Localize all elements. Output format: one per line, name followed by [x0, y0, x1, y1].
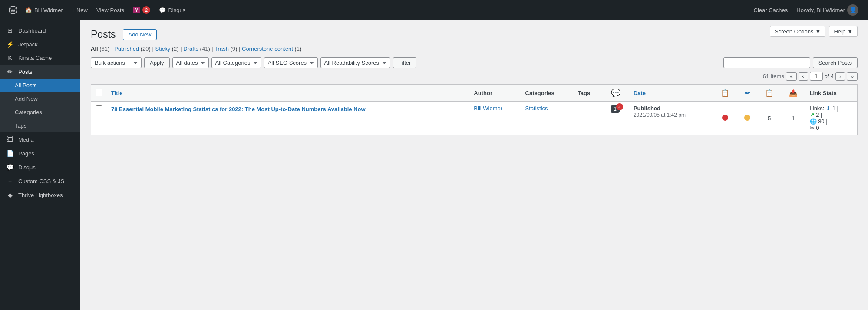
post-category-link[interactable]: Statistics: [525, 105, 548, 112]
row-checkbox[interactable]: [96, 105, 102, 112]
th-col10[interactable]: 📤: [781, 85, 805, 102]
sidebar: ⊞ Dashboard ⚡ Jetpack K Kinsta Cache ✏ P…: [0, 20, 80, 310]
th-col8[interactable]: ✒: [737, 85, 757, 102]
sidebar-item-thrive[interactable]: ◆ Thrive Lightboxes: [0, 188, 80, 202]
all-categories-select[interactable]: All Categories: [211, 57, 261, 68]
filter-published-count: 20: [142, 46, 149, 52]
main-content: Screen Options ▼ Help ▼ Posts Add New Al…: [80, 20, 868, 310]
media-icon: 🖼: [6, 136, 14, 143]
dashboard-icon: ⊞: [6, 27, 14, 34]
comment-bubbles: 1 2: [611, 105, 621, 113]
filter-drafts[interactable]: Drafts: [183, 46, 198, 52]
thrive-icon: ◆: [6, 191, 14, 198]
comment-header-icon: 💬: [611, 88, 620, 98]
sidebar-item-custom-css[interactable]: + Custom CSS & JS: [0, 174, 80, 188]
page-header: Posts Add New: [91, 29, 858, 40]
user-avatar: 👤: [847, 4, 858, 16]
filters-row: Bulk actions Edit Move to Trash Apply Al…: [91, 57, 416, 68]
pagination-area: 61 items « ‹ of 4 › »: [91, 72, 858, 81]
admin-bar-view-posts[interactable]: View Posts: [92, 0, 129, 20]
th-col9[interactable]: 📋: [757, 85, 781, 102]
admin-bar-disqus[interactable]: 💬 Disqus: [155, 0, 190, 20]
sidebar-sub-all-posts[interactable]: All Posts: [0, 79, 80, 92]
filter-all-count: 61: [102, 46, 108, 52]
all-dates-select[interactable]: All dates: [172, 57, 209, 68]
row-comments-cell: 1 2: [603, 102, 629, 135]
row-col9-cell: 5: [757, 102, 781, 135]
links-broken-icon: ✂: [810, 125, 815, 131]
first-page-button[interactable]: «: [786, 72, 797, 81]
apply-button[interactable]: Apply: [144, 57, 170, 68]
filter-button[interactable]: Filter: [393, 57, 417, 68]
links-down-icon: ⬇: [826, 105, 831, 112]
sidebar-posts-sub: All Posts Add New Categories Tags: [0, 79, 80, 132]
sidebar-sub-tags[interactable]: Tags: [0, 119, 80, 132]
pages-icon: 📄: [6, 150, 14, 157]
sidebar-item-posts[interactable]: ✏ Posts: [0, 65, 80, 79]
th-checkbox: [91, 85, 107, 102]
last-page-button[interactable]: »: [847, 72, 858, 81]
links-globe-icon: 🌐: [810, 118, 817, 125]
search-input[interactable]: [723, 57, 810, 68]
row-categories-cell: Statistics: [521, 102, 573, 135]
filter-all[interactable]: All: [91, 46, 98, 52]
th-date[interactable]: Date: [629, 85, 713, 102]
select-all-checkbox[interactable]: [96, 89, 102, 96]
screen-options-button[interactable]: Screen Options ▼: [770, 26, 825, 37]
all-readability-select[interactable]: All Readability Scores: [320, 57, 390, 68]
filter-links: All (61) | Published (20) | Sticky (2) |…: [91, 46, 858, 52]
readability-dot: [744, 115, 750, 121]
th-title[interactable]: Title: [107, 85, 469, 102]
row-date-cell: Published 2021/09/05 at 1:42 pm: [629, 102, 713, 135]
th-col7[interactable]: 📋: [713, 85, 737, 102]
th-link-stats: Link Stats: [805, 85, 858, 102]
sidebar-item-kinsta[interactable]: K Kinsta Cache: [0, 51, 80, 65]
filter-cornerstone-count: 1: [297, 46, 300, 52]
filter-sticky-count: 2: [174, 46, 177, 52]
filter-sticky[interactable]: Sticky: [155, 46, 170, 52]
filter-cornerstone[interactable]: Cornerstone content: [242, 46, 293, 52]
post-title-link[interactable]: 78 Essential Mobile Marketing Statistics…: [111, 106, 366, 112]
th-comments[interactable]: 💬: [603, 85, 629, 102]
row-col10-cell: 1: [781, 102, 805, 135]
howdy-user[interactable]: Howdy, Bill Widmer 👤: [792, 0, 863, 20]
disqus-icon: 💬: [159, 7, 166, 13]
sidebar-sub-add-new[interactable]: Add New: [0, 92, 80, 106]
custom-css-icon: +: [6, 178, 14, 185]
filter-trash-count: 9: [232, 46, 235, 52]
search-posts-button[interactable]: Search Posts: [813, 57, 858, 68]
all-seo-scores-select[interactable]: All SEO Scores: [264, 57, 318, 68]
readability-icon: ✒: [744, 89, 750, 97]
seo-score-dot: [722, 115, 728, 121]
sidebar-item-dashboard[interactable]: ⊞ Dashboard: [0, 23, 80, 37]
clear-caches-btn[interactable]: Clear Caches: [749, 0, 792, 20]
sidebar-item-pages[interactable]: 📄 Pages: [0, 146, 80, 160]
post-author-link[interactable]: Bill Widmer: [474, 105, 502, 112]
admin-bar-new[interactable]: + New: [67, 0, 92, 20]
filter-trash[interactable]: Trash: [215, 46, 229, 52]
sidebar-item-media[interactable]: 🖼 Media: [0, 132, 80, 146]
filter-published[interactable]: Published: [114, 46, 139, 52]
admin-bar-site-name[interactable]: 🏠 Bill Widmer: [21, 0, 67, 20]
row-title-cell: 78 Essential Mobile Marketing Statistics…: [107, 102, 469, 135]
next-page-button[interactable]: ›: [835, 72, 845, 81]
wp-logo[interactable]: W: [5, 0, 21, 20]
admin-bar-yoast[interactable]: Y 2: [129, 0, 155, 20]
th-tags: Tags: [573, 85, 603, 102]
th-categories: Categories: [521, 85, 573, 102]
table-row: 78 Essential Mobile Marketing Statistics…: [91, 102, 858, 135]
disqus-sidebar-icon: 💬: [6, 164, 14, 171]
help-button[interactable]: Help ▼: [829, 26, 858, 37]
bulk-actions-select[interactable]: Bulk actions Edit Move to Trash: [91, 57, 142, 68]
prev-page-button[interactable]: ‹: [799, 72, 808, 81]
sidebar-item-disqus[interactable]: 💬 Disqus: [0, 160, 80, 174]
filter-drafts-count: 41: [202, 46, 208, 52]
sidebar-sub-categories[interactable]: Categories: [0, 106, 80, 119]
add-new-button[interactable]: Add New: [123, 29, 157, 40]
page-title: Posts: [91, 29, 116, 40]
sidebar-item-jetpack[interactable]: ⚡ Jetpack: [0, 37, 80, 51]
cornerstone-icon: 📋: [765, 89, 774, 97]
current-page-input[interactable]: [810, 72, 823, 81]
page-of-label: of 4: [825, 73, 834, 79]
links-ext-icon: ↗: [810, 112, 815, 118]
